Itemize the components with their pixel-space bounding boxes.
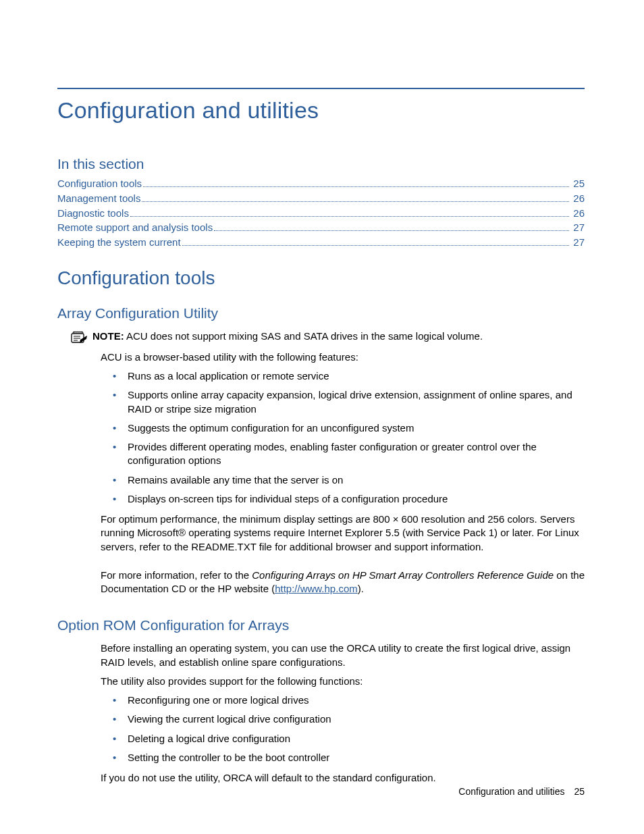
- list-item: Supports online array capacity expansion…: [101, 388, 585, 416]
- toc-row[interactable]: Management tools 26: [57, 191, 585, 206]
- toc-page: 26: [572, 191, 585, 206]
- acu-feature-list: Runs as a local application or remote se…: [101, 369, 585, 506]
- orca-para3: If you do not use the utility, ORCA will…: [101, 771, 585, 785]
- acu-para-display: For optimum performance, the minimum dis…: [101, 513, 585, 554]
- configuration-tools-heading: Configuration tools: [57, 267, 585, 289]
- toc-page: 27: [572, 235, 585, 250]
- orca-para1: Before installing an operating system, y…: [101, 642, 585, 669]
- toc-page: 26: [572, 206, 585, 221]
- orca-heading: Option ROM Configuration for Arrays: [57, 617, 585, 633]
- hp-link[interactable]: http://www.hp.com: [275, 583, 358, 594]
- page-title: Configuration and utilities: [57, 97, 585, 124]
- acu-para-moreinfo: For more information, refer to the Confi…: [101, 569, 585, 596]
- list-item: Suggests the optimum configuration for a…: [101, 421, 585, 435]
- toc-row[interactable]: Remote support and analysis tools 27: [57, 220, 585, 235]
- note-text: NOTE: ACU does not support mixing SAS an…: [92, 330, 483, 343]
- top-rule: [57, 88, 585, 89]
- toc-label: Remote support and analysis tools: [57, 220, 213, 235]
- note-label: NOTE:: [92, 330, 124, 342]
- text: ).: [358, 583, 364, 594]
- list-item: Runs as a local application or remote se…: [101, 369, 585, 383]
- toc-label: Configuration tools: [57, 176, 142, 191]
- toc-leader: [142, 201, 569, 202]
- toc-leader: [182, 245, 570, 246]
- in-this-section-heading: In this section: [57, 156, 585, 172]
- reference-title: Configuring Arrays on HP Smart Array Con…: [252, 569, 554, 581]
- list-item: Provides different operating modes, enab…: [101, 440, 585, 468]
- toc-label: Keeping the system current: [57, 235, 181, 250]
- toc-page: 25: [572, 176, 585, 191]
- toc-row[interactable]: Configuration tools 25: [57, 176, 585, 191]
- list-item: Displays on-screen tips for individual s…: [101, 492, 585, 506]
- note-block: NOTE: ACU does not support mixing SAS an…: [71, 330, 585, 344]
- text: For more information, refer to the: [101, 569, 252, 581]
- footer-page-number: 25: [574, 786, 585, 797]
- toc-leader: [214, 230, 569, 231]
- page-footer: Configuration and utilities 25: [458, 786, 585, 797]
- orca-function-list: Reconfiguring one or more logical drives…: [101, 694, 585, 764]
- toc-page: 27: [572, 220, 585, 235]
- note-icon: [71, 330, 87, 344]
- toc-label: Diagnostic tools: [57, 206, 129, 221]
- toc: Configuration tools 25 Management tools …: [57, 176, 585, 250]
- orca-para2: The utility also provides support for th…: [101, 675, 585, 688]
- list-item: Remains available any time that the serv…: [101, 473, 585, 487]
- toc-leader: [143, 186, 569, 187]
- footer-label: Configuration and utilities: [458, 786, 564, 797]
- note-body: ACU does not support mixing SAS and SATA…: [126, 330, 483, 342]
- list-item: Reconfiguring one or more logical drives: [101, 694, 585, 707]
- list-item: Deleting a logical drive configuration: [101, 732, 585, 746]
- acu-intro: ACU is a browser-based utility with the …: [101, 350, 585, 364]
- toc-label: Management tools: [57, 191, 140, 206]
- toc-leader: [130, 216, 569, 217]
- acu-heading: Array Configuration Utility: [57, 305, 585, 321]
- list-item: Setting the controller to be the boot co…: [101, 751, 585, 764]
- list-item: Viewing the current logical drive config…: [101, 712, 585, 726]
- toc-row[interactable]: Keeping the system current 27: [57, 235, 585, 250]
- toc-row[interactable]: Diagnostic tools 26: [57, 206, 585, 221]
